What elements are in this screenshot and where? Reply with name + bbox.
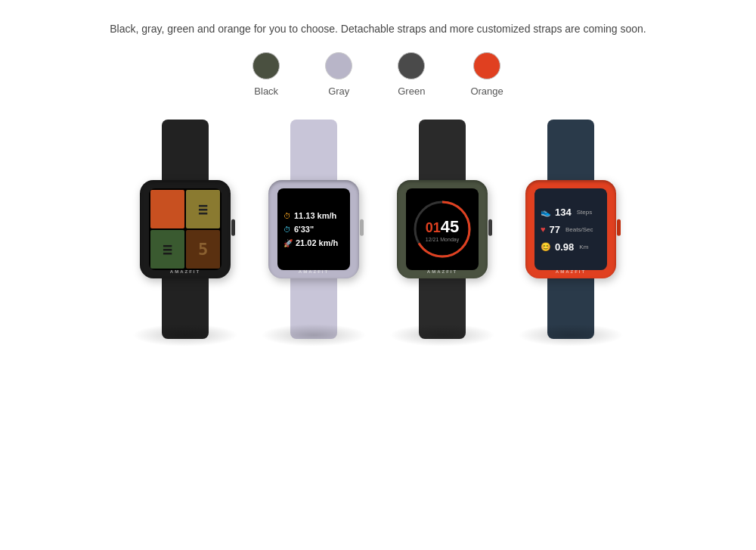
- gray-crown: [360, 219, 364, 236]
- gray-watch: ⏱ 11.13 km/h ⏱ 6'33" 🚀 21.02 km/h AMAZFI…: [253, 120, 374, 339]
- color-option-black[interactable]: Black: [253, 52, 280, 97]
- color-label-green: Green: [398, 85, 425, 97]
- orange-watch: 👟 134 Steps ♥ 77 Beats/Sec 😊 0.98: [510, 120, 631, 339]
- gray-strap-top: [290, 120, 337, 180]
- tile-3-text: ≡: [163, 240, 172, 259]
- distance-km-label: Km: [579, 244, 588, 250]
- orange-strap-top: [547, 120, 594, 180]
- black-watch-body: ≡ ≡ 5 AMAZFIT: [140, 180, 231, 278]
- tile-2: ≡: [186, 190, 220, 228]
- heart-label: Beats/Sec: [565, 226, 593, 233]
- health-steps-row: 👟 134 Steps: [541, 207, 601, 218]
- green-watch-screen: 01 45 12/21 Monday: [406, 188, 479, 270]
- color-option-orange[interactable]: Orange: [470, 52, 503, 97]
- green-watch-container: 01 45 12/21 Monday AMAZFIT: [382, 120, 503, 339]
- location-icon: 😊: [541, 242, 551, 252]
- gray-stat-pace: ⏱ 6'33": [284, 225, 344, 234]
- color-options: Black Gray Green Orange: [0, 52, 756, 97]
- black-strap-top: [162, 120, 209, 180]
- black-watch-shadow: [132, 324, 238, 346]
- green-strap-top: [419, 120, 466, 180]
- health-distance-row: 😊 0.98 Km: [541, 241, 601, 253]
- tile-2-text: ≡: [198, 200, 208, 219]
- page: Black, gray, green and orange for you to…: [0, 0, 756, 550]
- gray-brand: AMAZFIT: [299, 269, 329, 274]
- black-watch-screen: ≡ ≡ 5: [149, 188, 222, 270]
- color-option-gray[interactable]: Gray: [325, 52, 352, 97]
- gray-stat-speed: ⏱ 11.13 km/h: [284, 211, 344, 220]
- tile-4-text: 5: [198, 240, 208, 259]
- orange-watch-body: 👟 134 Steps ♥ 77 Beats/Sec 😊 0.98: [525, 180, 616, 278]
- watches-row: ≡ ≡ 5 AMAZFIT: [0, 112, 756, 339]
- color-option-green[interactable]: Green: [398, 52, 425, 97]
- clock-ring-svg: [411, 198, 473, 260]
- color-label-black: Black: [254, 85, 278, 97]
- steps-label: Steps: [577, 209, 592, 216]
- color-circle-orange: [473, 52, 500, 79]
- black-crown: [231, 219, 235, 236]
- clock-container: 01 45 12/21 Monday: [411, 198, 473, 260]
- steps-icon: 👟: [541, 207, 551, 217]
- black-watch: ≡ ≡ 5 AMAZFIT: [125, 120, 246, 339]
- black-brand: AMAZFIT: [170, 269, 200, 274]
- heart-value: 77: [550, 224, 560, 235]
- gray-stat-distance: 🚀 21.02 km/h: [284, 238, 344, 247]
- orange-crown: [617, 219, 621, 236]
- description-text: Black, gray, green and orange for you to…: [0, 0, 756, 52]
- gray-watch-shadow: [261, 324, 367, 346]
- orange-brand: AMAZFIT: [556, 269, 586, 274]
- color-label-gray: Gray: [328, 85, 349, 97]
- tile-1: [150, 190, 184, 228]
- speed-value: 11.13 km/h: [294, 211, 336, 220]
- green-watch-body: 01 45 12/21 Monday AMAZFIT: [397, 180, 488, 278]
- gray-watch-screen: ⏱ 11.13 km/h ⏱ 6'33" 🚀 21.02 km/h: [277, 188, 350, 270]
- distance-icon: 🚀: [284, 239, 293, 247]
- orange-watch-screen: 👟 134 Steps ♥ 77 Beats/Sec 😊 0.98: [534, 188, 607, 270]
- steps-value: 134: [555, 207, 572, 218]
- color-circle-black: [253, 52, 280, 79]
- pace-value: 6'33": [294, 225, 314, 234]
- color-circle-gray: [325, 52, 352, 79]
- green-watch-shadow: [389, 324, 495, 346]
- distance-value: 21.02 km/h: [296, 238, 338, 247]
- green-brand: AMAZFIT: [427, 269, 457, 274]
- green-crown: [488, 219, 492, 236]
- tile-3: ≡: [150, 230, 184, 269]
- speed-icon: ⏱: [284, 212, 291, 220]
- black-watch-container: ≡ ≡ 5 AMAZFIT: [125, 120, 246, 339]
- gray-watch-body: ⏱ 11.13 km/h ⏱ 6'33" 🚀 21.02 km/h AMAZFI…: [268, 180, 359, 278]
- health-heart-row: ♥ 77 Beats/Sec: [541, 224, 601, 235]
- pace-icon: ⏱: [284, 225, 291, 234]
- distance-km-value: 0.98: [555, 241, 574, 253]
- tile-4: 5: [186, 230, 220, 269]
- gray-watch-container: ⏱ 11.13 km/h ⏱ 6'33" 🚀 21.02 km/h AMAZFI…: [253, 120, 374, 339]
- color-circle-green: [398, 52, 425, 79]
- color-label-orange: Orange: [470, 85, 503, 97]
- orange-watch-container: 👟 134 Steps ♥ 77 Beats/Sec 😊 0.98: [510, 120, 631, 339]
- heart-icon: ♥: [541, 225, 546, 234]
- orange-watch-shadow: [518, 324, 624, 346]
- green-watch: 01 45 12/21 Monday AMAZFIT: [382, 120, 503, 339]
